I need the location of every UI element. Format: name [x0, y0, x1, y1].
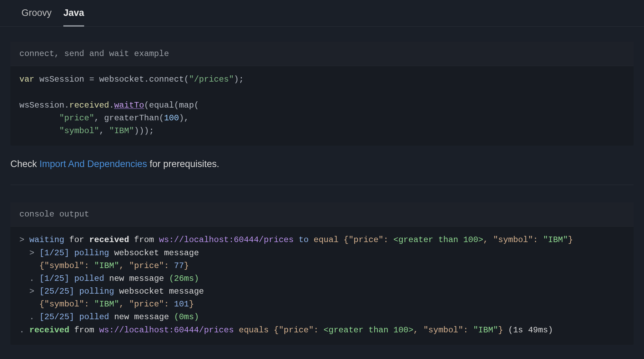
tab-groovy[interactable]: Groovy: [21, 8, 52, 26]
p1-polling: polling: [74, 248, 109, 258]
p25-polling: polling: [79, 287, 114, 296]
fin-elapsed: (1s 49ms): [508, 325, 553, 335]
fin-received: received: [29, 325, 69, 335]
p1j-sv: "IBM": [94, 261, 119, 270]
out-sk: "symbol": [493, 235, 533, 245]
out-equal: equal: [314, 235, 339, 245]
out-waiting: waiting: [29, 235, 64, 245]
ident-wsSession2: wsSession: [19, 101, 64, 110]
out-jclose: }: [568, 235, 573, 245]
p1j-close: }: [184, 261, 189, 270]
p1-idx: [1/25]: [39, 248, 69, 258]
out-ltopen: <: [393, 235, 398, 245]
p25d-idx: [25/25]: [39, 312, 74, 322]
out-for: for: [69, 235, 84, 245]
fin-gttext: greater than 100: [329, 325, 408, 335]
tab-java[interactable]: Java: [63, 8, 84, 27]
out-ltclose: >: [478, 235, 483, 245]
op-eq: =: [89, 75, 94, 84]
p1d-rest: new message: [109, 274, 164, 283]
fn-map: map: [179, 101, 194, 110]
out-received: received: [89, 235, 129, 245]
str-prices: "/prices": [189, 75, 234, 84]
p25-gt: >: [29, 287, 34, 296]
paren-open: (: [184, 75, 189, 84]
p1j-c1: :: [84, 261, 89, 270]
code-example: connect, send and wait example var wsSes…: [10, 42, 634, 146]
p25j-pk: "price": [129, 300, 164, 309]
out-c2: :: [533, 235, 538, 245]
out-gttext: greater than 100: [399, 235, 478, 245]
str-ibm: "IBM": [109, 126, 134, 136]
fin-dot: .: [19, 325, 24, 335]
p25j-cm: ,: [119, 300, 124, 309]
op-dot: .: [144, 75, 149, 84]
fn-connect: connect: [149, 75, 184, 84]
p25j-sv: "IBM": [94, 300, 119, 309]
out-from: from: [134, 235, 154, 245]
p1j-open: {: [39, 261, 44, 270]
num-100: 100: [164, 113, 179, 123]
str-symbol: "symbol": [59, 126, 99, 136]
p1d-idx: [1/25]: [39, 274, 69, 283]
p25d-dot: .: [29, 312, 34, 322]
prop-received: received: [69, 101, 109, 110]
p25-rest: websocket message: [119, 287, 204, 296]
console-output: console output > waiting for received fr…: [10, 202, 634, 345]
link-import-deps[interactable]: Import And Dependencies: [39, 159, 147, 169]
p1-rest: websocket message: [114, 248, 199, 258]
p25d-polled: polled: [79, 312, 109, 322]
fin-equals: equals: [239, 325, 269, 335]
out-gt: >: [19, 235, 24, 245]
p25-idx: [25/25]: [39, 287, 74, 296]
code-example-body: var wsSession = websocket.connect("/pric…: [10, 66, 634, 146]
fin-url: ws://localhost:60444/prices: [99, 325, 234, 335]
p1j-c2: :: [164, 261, 169, 270]
paren-close: );: [234, 75, 244, 84]
p1j-cm: ,: [119, 261, 124, 270]
console-output-title: console output: [10, 202, 634, 227]
fn-equal: equal: [149, 101, 174, 110]
keyword-var: var: [19, 75, 34, 84]
fin-ltclose: >: [408, 325, 413, 335]
fin-sv: "IBM": [473, 325, 498, 335]
prose-after: for prerequisites.: [147, 159, 220, 169]
fin-cm: ,: [413, 325, 418, 335]
p25j-close: }: [189, 300, 194, 309]
p1j-sk: "symbol": [44, 261, 84, 270]
prose-before: Check: [10, 159, 39, 169]
language-tabs: Groovy Java: [0, 0, 644, 27]
prose-prereq: Check Import And Dependencies for prereq…: [10, 159, 634, 185]
p25j-pv: 101: [174, 300, 189, 309]
fin-pk: "price": [279, 325, 314, 335]
fin-jclose: }: [498, 325, 503, 335]
ident-wsSession: wsSession: [39, 75, 84, 84]
p25d-time: (0ms): [174, 312, 199, 322]
console-output-body: > waiting for received from ws://localho…: [10, 227, 634, 345]
str-price: "price": [59, 113, 94, 123]
fn-greaterThan: greaterThan: [104, 113, 159, 123]
p25j-open: {: [39, 300, 44, 309]
code-example-title: connect, send and wait example: [10, 42, 634, 66]
out-url: ws://localhost:60444/prices: [159, 235, 294, 245]
ident-websocket: websocket: [99, 75, 144, 84]
fn-waitTo: waitTo: [114, 101, 144, 110]
out-cm: ,: [483, 235, 488, 245]
fin-jopen: {: [274, 325, 279, 335]
out-to: to: [299, 235, 309, 245]
p25j-c1: :: [84, 300, 89, 309]
out-pk: "price": [349, 235, 384, 245]
p1j-pv: 77: [174, 261, 184, 270]
out-jopen: {: [343, 235, 348, 245]
p1d-time: (26ms): [169, 274, 199, 283]
p1-gt: >: [29, 248, 34, 258]
p25j-sk: "symbol": [44, 300, 84, 309]
p25d-rest: new message: [114, 312, 169, 322]
fin-c1: :: [314, 325, 319, 335]
p25j-c2: :: [164, 300, 169, 309]
fin-from: from: [74, 325, 94, 335]
p1j-pk: "price": [129, 261, 164, 270]
p1d-dot: .: [29, 274, 34, 283]
fin-sk: "symbol": [423, 325, 463, 335]
fin-c2: :: [463, 325, 468, 335]
